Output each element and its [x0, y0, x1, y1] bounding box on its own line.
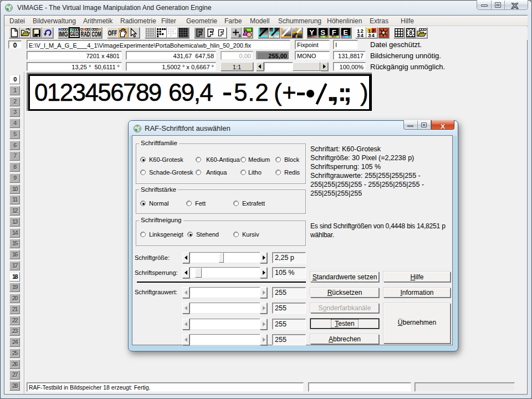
- svg-text:4: 4: [361, 32, 364, 38]
- svg-text:3: 3: [368, 32, 371, 38]
- svg-text:8: 8: [409, 29, 412, 36]
- svg-text:3: 3: [238, 33, 241, 38]
- svg-text:4: 4: [372, 32, 375, 38]
- svg-text:IMG: IMG: [59, 30, 68, 38]
- svg-text:3: 3: [357, 32, 360, 38]
- svg-text:OFF: OFF: [108, 29, 117, 37]
- svg-text:RAD: RAD: [81, 30, 90, 38]
- svg-text:E: E: [343, 28, 348, 37]
- svg-text:GEO: GEO: [70, 30, 79, 37]
- svg-text:Y: Y: [309, 28, 314, 37]
- svg-text:S: S: [320, 28, 325, 37]
- svg-text:F: F: [332, 28, 336, 37]
- svg-text:COM: COM: [92, 30, 101, 38]
